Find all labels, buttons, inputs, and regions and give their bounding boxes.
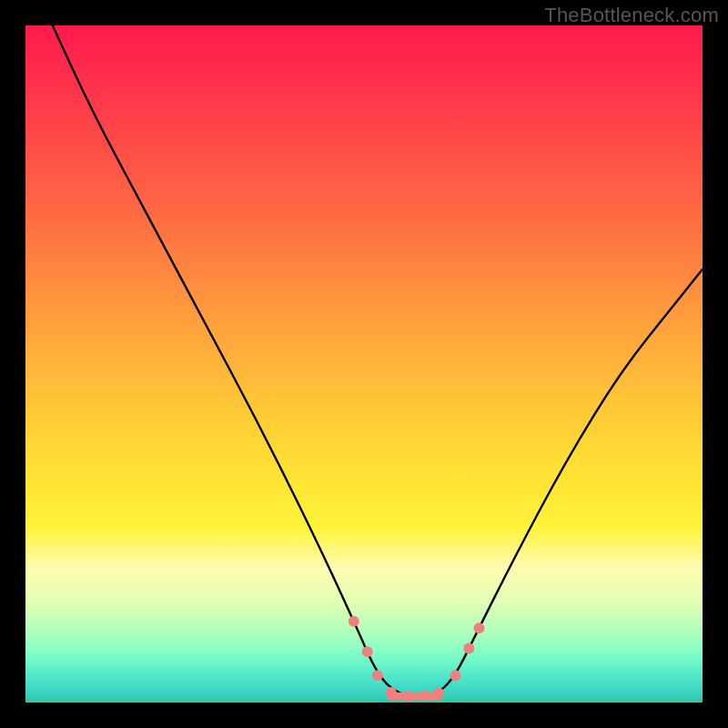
watermark-text: TheBottleneck.com <box>544 4 719 27</box>
highlight-marker <box>386 687 397 698</box>
bottleneck-curve <box>53 25 703 696</box>
highlight-marker <box>450 670 460 681</box>
plot-area <box>25 25 703 703</box>
chart-frame: TheBottleneck.com <box>0 0 728 728</box>
highlight-marker <box>420 691 430 702</box>
highlight-marker <box>402 691 413 702</box>
chart-svg <box>25 25 703 703</box>
highlight-marker <box>349 616 359 627</box>
highlight-marker <box>433 688 444 699</box>
highlight-marker <box>372 670 383 681</box>
highlight-marker <box>463 643 474 654</box>
highlight-marker <box>474 622 485 633</box>
highlight-marker <box>362 646 373 657</box>
